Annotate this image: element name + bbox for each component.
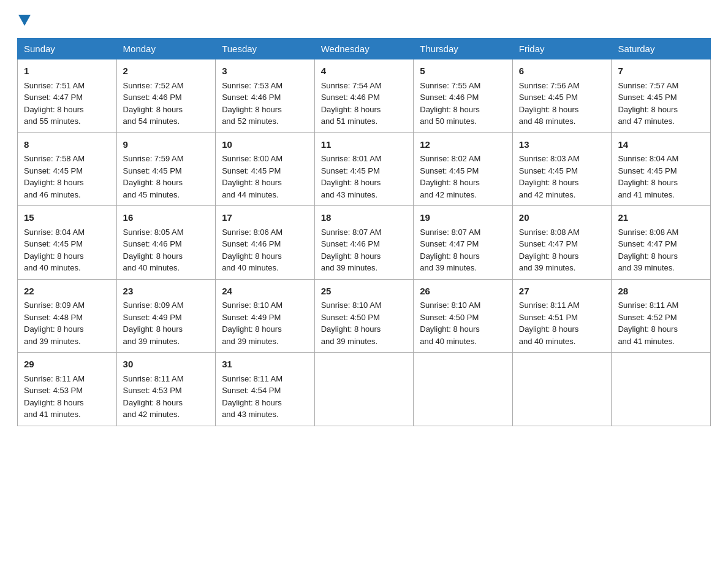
day-number: 29 [24, 358, 110, 372]
calendar-cell: 28 Sunrise: 8:11 AM Sunset: 4:52 PM Dayl… [612, 279, 711, 353]
day-number: 17 [222, 211, 308, 225]
day-sunset: Sunset: 4:53 PM [123, 386, 182, 395]
calendar-cell: 22 Sunrise: 8:09 AM Sunset: 4:48 PM Dayl… [18, 279, 117, 353]
day-daylight: Daylight: 8 hoursand 39 minutes. [222, 324, 282, 346]
day-sunrise: Sunrise: 8:08 AM [618, 228, 678, 237]
day-number: 11 [321, 138, 408, 152]
day-number: 19 [420, 211, 506, 225]
calendar-cell: 10 Sunrise: 8:00 AM Sunset: 4:45 PM Dayl… [216, 132, 315, 206]
day-sunrise: Sunrise: 8:09 AM [24, 301, 85, 310]
day-number: 1 [24, 64, 110, 79]
day-daylight: Daylight: 8 hoursand 41 minutes. [24, 398, 84, 419]
calendar-cell: 12 Sunrise: 8:02 AM Sunset: 4:45 PM Dayl… [414, 132, 513, 206]
day-sunrise: Sunrise: 8:11 AM [123, 374, 184, 383]
calendar-week-row: 29 Sunrise: 8:11 AM Sunset: 4:53 PM Dayl… [18, 353, 711, 426]
calendar-cell: 17 Sunrise: 8:06 AM Sunset: 4:46 PM Dayl… [216, 206, 315, 280]
day-number: 5 [420, 64, 506, 79]
day-sunrise: Sunrise: 8:10 AM [222, 301, 282, 310]
day-sunrise: Sunrise: 8:09 AM [123, 301, 184, 310]
day-daylight: Daylight: 8 hoursand 43 minutes. [222, 398, 282, 419]
day-sunset: Sunset: 4:49 PM [222, 313, 281, 322]
day-number: 28 [618, 285, 704, 299]
logo-triangle-icon [18, 15, 31, 26]
day-daylight: Daylight: 8 hoursand 41 minutes. [618, 324, 678, 346]
day-sunrise: Sunrise: 8:11 AM [24, 374, 85, 383]
day-sunrise: Sunrise: 8:11 AM [519, 301, 580, 310]
calendar-cell: 15 Sunrise: 8:04 AM Sunset: 4:45 PM Dayl… [18, 206, 117, 280]
day-daylight: Daylight: 8 hoursand 42 minutes. [420, 178, 480, 199]
day-sunrise: Sunrise: 8:02 AM [420, 154, 480, 163]
day-number: 3 [222, 64, 308, 79]
calendar-cell: 30 Sunrise: 8:11 AM Sunset: 4:53 PM Dayl… [116, 353, 216, 426]
calendar-cell: 6 Sunrise: 7:56 AM Sunset: 4:45 PM Dayli… [512, 59, 612, 133]
calendar-table: SundayMondayTuesdayWednesdayThursdayFrid… [17, 38, 711, 426]
day-daylight: Daylight: 8 hoursand 43 minutes. [321, 178, 381, 199]
day-sunset: Sunset: 4:46 PM [123, 93, 182, 102]
day-sunrise: Sunrise: 8:04 AM [618, 154, 678, 163]
calendar-week-row: 8 Sunrise: 7:58 AM Sunset: 4:45 PM Dayli… [18, 132, 711, 206]
day-number: 12 [420, 138, 506, 152]
day-daylight: Daylight: 8 hoursand 40 minutes. [123, 251, 183, 273]
day-sunset: Sunset: 4:45 PM [519, 93, 578, 102]
day-daylight: Daylight: 8 hoursand 39 minutes. [321, 251, 381, 273]
calendar-cell: 8 Sunrise: 7:58 AM Sunset: 4:45 PM Dayli… [18, 132, 117, 206]
day-daylight: Daylight: 8 hoursand 48 minutes. [519, 105, 579, 126]
day-daylight: Daylight: 8 hoursand 39 minutes. [123, 324, 183, 346]
calendar-cell [512, 353, 612, 426]
day-sunrise: Sunrise: 8:10 AM [420, 301, 480, 310]
day-sunrise: Sunrise: 7:51 AM [24, 81, 85, 90]
day-daylight: Daylight: 8 hoursand 40 minutes. [24, 251, 84, 273]
calendar-cell: 2 Sunrise: 7:52 AM Sunset: 4:46 PM Dayli… [116, 59, 216, 133]
day-sunset: Sunset: 4:45 PM [519, 166, 578, 175]
day-sunset: Sunset: 4:52 PM [618, 313, 677, 322]
day-sunrise: Sunrise: 7:56 AM [519, 81, 580, 90]
calendar-cell: 16 Sunrise: 8:05 AM Sunset: 4:46 PM Dayl… [116, 206, 216, 280]
day-number: 20 [519, 211, 605, 225]
day-number: 9 [123, 138, 210, 152]
weekday-header-monday: Monday [116, 39, 216, 59]
day-sunrise: Sunrise: 7:53 AM [222, 81, 282, 90]
day-sunrise: Sunrise: 7:57 AM [618, 81, 678, 90]
day-number: 14 [618, 138, 704, 152]
day-daylight: Daylight: 8 hoursand 40 minutes. [420, 324, 480, 346]
day-daylight: Daylight: 8 hoursand 51 minutes. [321, 105, 381, 126]
calendar-cell [612, 353, 711, 426]
day-sunset: Sunset: 4:51 PM [519, 313, 578, 322]
day-sunset: Sunset: 4:46 PM [123, 239, 182, 248]
day-number: 31 [222, 358, 308, 372]
day-number: 15 [24, 211, 110, 225]
calendar-cell: 31 Sunrise: 8:11 AM Sunset: 4:54 PM Dayl… [216, 353, 315, 426]
calendar-cell: 7 Sunrise: 7:57 AM Sunset: 4:45 PM Dayli… [612, 59, 711, 133]
calendar-cell: 14 Sunrise: 8:04 AM Sunset: 4:45 PM Dayl… [612, 132, 711, 206]
calendar-cell: 20 Sunrise: 8:08 AM Sunset: 4:47 PM Dayl… [512, 206, 612, 280]
day-daylight: Daylight: 8 hoursand 39 minutes. [420, 251, 480, 273]
day-sunset: Sunset: 4:46 PM [321, 93, 380, 102]
day-daylight: Daylight: 8 hoursand 40 minutes. [222, 251, 282, 273]
day-daylight: Daylight: 8 hoursand 42 minutes. [123, 398, 183, 419]
day-sunset: Sunset: 4:45 PM [321, 166, 380, 175]
weekday-header-friday: Friday [512, 39, 612, 59]
day-daylight: Daylight: 8 hoursand 39 minutes. [321, 324, 381, 346]
calendar-cell: 18 Sunrise: 8:07 AM Sunset: 4:46 PM Dayl… [314, 206, 414, 280]
day-sunrise: Sunrise: 8:04 AM [24, 228, 85, 237]
day-number: 7 [618, 64, 704, 79]
day-number: 8 [24, 138, 110, 152]
logo [17, 15, 32, 27]
calendar-cell: 19 Sunrise: 8:07 AM Sunset: 4:47 PM Dayl… [414, 206, 513, 280]
day-sunset: Sunset: 4:47 PM [24, 93, 83, 102]
day-daylight: Daylight: 8 hoursand 52 minutes. [222, 105, 282, 126]
day-sunrise: Sunrise: 8:03 AM [519, 154, 580, 163]
day-sunrise: Sunrise: 7:52 AM [123, 81, 184, 90]
day-daylight: Daylight: 8 hoursand 39 minutes. [618, 251, 678, 273]
day-sunset: Sunset: 4:45 PM [618, 166, 677, 175]
day-daylight: Daylight: 8 hoursand 46 minutes. [24, 178, 84, 199]
calendar-week-row: 1 Sunrise: 7:51 AM Sunset: 4:47 PM Dayli… [18, 59, 711, 133]
calendar-cell: 23 Sunrise: 8:09 AM Sunset: 4:49 PM Dayl… [116, 279, 216, 353]
day-daylight: Daylight: 8 hoursand 40 minutes. [519, 324, 579, 346]
calendar-cell: 13 Sunrise: 8:03 AM Sunset: 4:45 PM Dayl… [512, 132, 612, 206]
day-sunrise: Sunrise: 8:07 AM [321, 228, 382, 237]
day-sunrise: Sunrise: 8:10 AM [321, 301, 382, 310]
day-sunrise: Sunrise: 8:06 AM [222, 228, 282, 237]
day-number: 26 [420, 285, 506, 299]
weekday-header-wednesday: Wednesday [314, 39, 414, 59]
